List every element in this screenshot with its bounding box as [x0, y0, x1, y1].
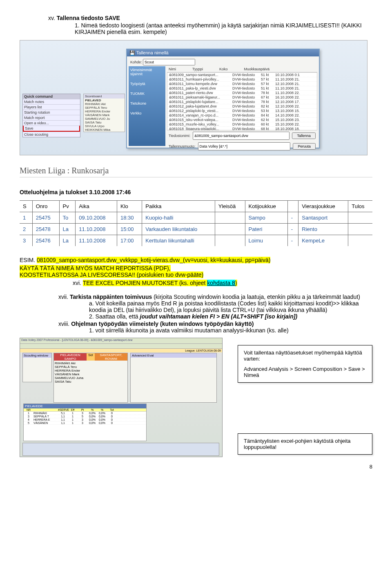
file-row[interactable]: &081012_pislaploki-lp_viesti...DVW-tiedo… — [167, 109, 317, 113]
scouting-window-panel[interactable]: Scouting window — [22, 353, 52, 382]
file-row[interactable]: &081014_vanajan_rc-orpo.d...DVW-tiedosto… — [167, 113, 317, 118]
callout1-line2: Advanced Analysis > Screen Composition >… — [244, 366, 366, 378]
team-away: SANTASPORT, ROVANI — [95, 353, 127, 361]
floppy-icon: 💾 — [129, 50, 135, 55]
qc-starting-rotation[interactable]: Starting rotation — [23, 110, 80, 115]
dialog-title-text: Tallenna nimellä — [136, 50, 169, 55]
places-sidebar: Viimeisimmät sijainnit Työpöytä TUOMIK T… — [129, 66, 165, 146]
col-yleisoa: Yleisöä — [215, 201, 245, 212]
qc-close-scouting[interactable]: Close scouting — [23, 132, 80, 137]
naming-line2b: KOOSTETILASTOSSA JA LIVESCORESSA!! (pois… — [20, 271, 372, 278]
scoreboard-header: Scoreboard — [84, 94, 125, 99]
xvi-num: xvi. — [73, 280, 81, 286]
quick-command-panel: Quick command Match notes Players list S… — [22, 94, 80, 137]
player-row: SAMMELVUO Ju — [84, 117, 125, 121]
file-list[interactable]: &081009_sampo-santasport...DVW-tiedosto5… — [167, 72, 317, 130]
lineup-player: RIIHIMÄKI Aki — [55, 361, 127, 365]
player-row: SIVULA Urpo — [84, 124, 125, 128]
col-date[interactable]: Muokkauspäivä — [244, 67, 270, 71]
excel-row: 1RIIHIMÄKI5,1130,0%0,0%0 — [24, 412, 146, 415]
file-row[interactable]: &081011_pieksamaki-liigaeur...DVW-tiedos… — [167, 95, 317, 100]
col-name[interactable]: Nimi — [169, 67, 176, 71]
excel-table-panel[interactable]: PIELAVEDE NR#SERVEEffPt%%Tot 1RIIHIMÄKI5… — [23, 404, 147, 441]
adv-eval-panel[interactable]: Advanced Eval — [130, 353, 217, 403]
lineup-player: HERRERA Ender — [55, 369, 127, 372]
scoreboard-team: PIELAVED — [84, 99, 125, 102]
title-bar: Data Volley 2007 Professional - [LENTOLI… — [20, 338, 222, 344]
xvi-text-pre: TEE EXCEL POHJIEN MUUTOKSET (ks. ohjeet — [83, 280, 207, 286]
xvii-text: Tarkista näppäinten toimivuus (kirjoita … — [70, 294, 360, 300]
naming-example: ESIM. 081009_sampo-santasport.dvw_vvkkpp… — [20, 257, 372, 263]
callout-save-composition: Voit tallentaa näyttöasetukset myöhempää… — [238, 345, 372, 383]
file-row[interactable]: &081015_muurle-isku_volley...DVW-tiedost… — [167, 122, 317, 127]
file-row[interactable]: &081011_paka-lp_viesti.dvwDVW-tiedosto51… — [167, 86, 317, 91]
file-row[interactable]: &081011_loimu-kempele.dvwDVW-tiedosto57 … — [167, 82, 317, 86]
col-tulos: Tulos — [348, 201, 372, 212]
xvi-text-post: ) — [235, 280, 237, 286]
item-xvii-a: a. Voit kokeilla painaa myös End R ja po… — [89, 300, 372, 313]
file-row[interactable]: &081015_isku-veikot-valepa...DVW-tiedost… — [167, 118, 317, 122]
lineup-player: SEPPÄLÄ Tero — [55, 365, 127, 369]
item-xv: xv. Tallenna tiedosto SAVE — [48, 15, 372, 21]
xvii-a-text: Voit kokeilla painaa myös End R ja poist… — [89, 300, 359, 313]
save-as-dialog: 💾 Tallenna nimellä Kohde: Viimeisimmät s… — [126, 49, 320, 148]
xvii-a-num: a. — [89, 300, 94, 307]
schedule-table: S Onro Pv Aika Klo Paikka Yleisöä Kotijo… — [20, 200, 372, 246]
kohde-combo[interactable] — [143, 59, 195, 65]
place-desktop[interactable]: Työpöytä — [130, 82, 164, 86]
qc-match-notes[interactable]: Match notes — [23, 99, 80, 104]
filetype-combo[interactable] — [198, 142, 291, 150]
player-row: VÄISÄNEN Mark — [84, 113, 125, 117]
dialog-title: 💾 Tallenna nimellä — [127, 49, 319, 56]
excel-row: 4HERRERA E1,1130,0%0,0%0 — [24, 418, 146, 422]
col-vieras: Vierasjoukkue — [298, 201, 348, 212]
file-list-header: Nimi Tyyppi Koko Muokkauspäivä — [167, 66, 317, 72]
quick-command-header: Quick command — [23, 94, 80, 99]
col-aika: Aika — [76, 201, 117, 212]
table-row[interactable]: 225478La11.10.200815:00Varkauden liikunt… — [20, 224, 372, 235]
table-row[interactable]: 325476La11.10.200817:00Kerttulan liikunt… — [20, 235, 372, 247]
qc-open-video[interactable]: Open a video... — [23, 120, 80, 126]
filetype-label: Tallennusmuoto: — [169, 144, 196, 148]
league-header: Miesten Liiga : Runkosarja — [20, 166, 372, 177]
file-row[interactable]: &081011_pateri-riento.dvwDVW-tiedosto78 … — [167, 91, 317, 95]
xviii-num: xviii. — [58, 321, 69, 327]
menu-bar[interactable] — [20, 344, 222, 349]
filename-input[interactable] — [193, 132, 290, 140]
qc-save[interactable]: Save — [23, 126, 80, 132]
cancel-button[interactable]: Peruuta — [293, 143, 316, 150]
xvii-2-num: 2. — [89, 313, 94, 320]
save-button[interactable]: Tallenna — [292, 132, 316, 139]
taskbar[interactable] — [22, 443, 219, 456]
col-size[interactable]: Koko — [219, 67, 228, 71]
col-onro: Onro — [32, 201, 59, 212]
workspace-screenshot: Data Volley 2007 Professional - [LENTOLI… — [20, 338, 372, 456]
lineup-player: SAMMELVUO Juha — [55, 376, 127, 380]
scoreboard-panel: Scoreboard PIELAVED RIIHIMÄKI Aki SEPPÄL… — [83, 94, 125, 132]
datavolley-window: Data Volley 2007 Professional - [LENTOLI… — [20, 338, 223, 457]
item-xviii-1: 1. voit siirrellä ikkunoita ja avata val… — [89, 327, 372, 334]
lineup-panel[interactable]: PIELAVEDEN SAMPO Set SANTASPORT, ROVANI … — [53, 353, 128, 403]
xv-title: Tallenna tiedosto SAVE — [57, 15, 120, 21]
xv-sub1-num: 1. — [75, 22, 80, 29]
page-number: 8 — [20, 464, 372, 470]
file-row[interactable]: &081018_liigaeura-pislaploki...DVW-tiedo… — [167, 127, 317, 130]
file-row[interactable]: &081011_pislaploki-lujattare...DVW-tiedo… — [167, 100, 317, 104]
file-row[interactable]: &081012_paka-lujattaret.dvwDVW-tiedosto8… — [167, 104, 317, 109]
qc-players-list[interactable]: Players list — [23, 104, 80, 110]
file-row[interactable]: &081009_sampo-santasport...DVW-tiedosto5… — [167, 73, 317, 77]
place-recent[interactable]: Viimeisimmät sijainnit — [130, 68, 164, 76]
place-network[interactable]: Verkko — [130, 111, 164, 115]
xvii-2-text: Saattaa olla, että joudut vaihtamaan kie… — [96, 313, 298, 320]
file-row[interactable]: &081011_hurrikaani-piivolley...DVW-tiedo… — [167, 77, 317, 82]
table-row[interactable]: 125475To09.10.200818:30Kuopio-halliSampo… — [20, 212, 372, 224]
xviii-1-num: 1. — [89, 327, 94, 334]
qc-match-report[interactable]: Match report — [23, 115, 80, 120]
place-tuomik[interactable]: TUOMIK — [130, 92, 164, 96]
xvi-link[interactable]: kohdasta 8 — [207, 280, 235, 286]
player-row: HEIKKINEN Mika — [84, 128, 125, 132]
col-type[interactable]: Tyyppi — [192, 67, 203, 71]
place-computer[interactable]: Tietokone — [130, 101, 164, 105]
col-klo: Klo — [117, 201, 142, 212]
player-row: RIIHIMÄKI Aki — [84, 102, 125, 106]
